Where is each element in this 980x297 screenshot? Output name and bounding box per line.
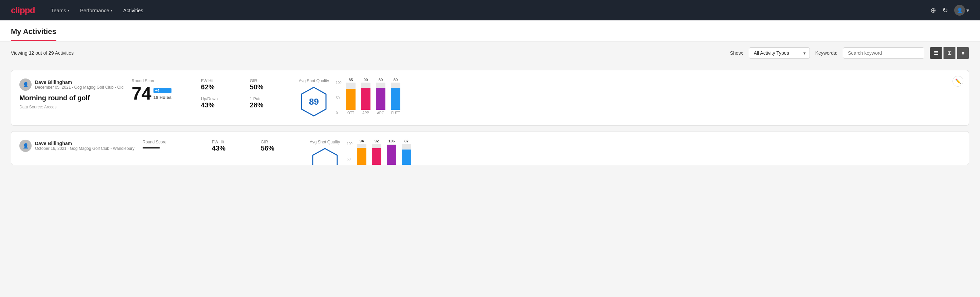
- score-holes: 18 Holes: [153, 95, 172, 99]
- bar-group: 87PUTT: [402, 139, 411, 165]
- avatar-chevron-icon: ▾: [966, 7, 969, 14]
- bar-inner: [402, 150, 411, 165]
- bar-inner: [357, 148, 366, 165]
- avatar-menu[interactable]: 👤 ▾: [954, 5, 969, 16]
- bar-label: APP: [362, 111, 369, 115]
- bar-chart: 10050085OTT90APP89ARG89PUTT: [336, 81, 410, 115]
- nav-performance[interactable]: Performance ▾: [80, 6, 112, 14]
- fw-hit-item: FW Hit 43%: [212, 140, 253, 152]
- score-placeholder: [143, 147, 160, 148]
- gir-section: GIR 56%: [261, 140, 302, 158]
- fw-hit-value: 43%: [212, 144, 253, 152]
- bar-group: 89PUTT: [391, 78, 400, 115]
- activity-card: 👤 Dave Billingham December 05, 2021 · Go…: [11, 70, 969, 126]
- avatar: 👤: [954, 5, 965, 16]
- viewing-text: Viewing 12 out of 29 Activities: [11, 50, 725, 56]
- fw-gir-section: FW Hit 43%: [212, 140, 253, 158]
- bar-outer: [346, 83, 356, 110]
- score-section: Round Score: [143, 140, 204, 148]
- svg-marker-1: [313, 148, 337, 165]
- bar-label: ARG: [377, 111, 384, 115]
- logo[interactable]: clippd: [11, 5, 35, 16]
- keywords-label: Keywords:: [815, 50, 837, 56]
- gir-item: GIR 50%: [250, 78, 291, 91]
- bar-value-label: 89: [379, 78, 383, 82]
- gir-putt-section: GIR 50% 1 Putt 28%: [250, 78, 291, 115]
- nav-right: ⊕ ↻ 👤 ▾: [931, 5, 969, 16]
- activity-type-select-wrapper: All Activity Types: [749, 47, 810, 59]
- bar-outer: [376, 83, 385, 110]
- avg-shot-quality-label: Avg Shot Quality: [310, 140, 340, 144]
- quality-section: Avg Shot Quality 10050094OTT92APP106ARG8…: [310, 140, 432, 165]
- hex-score: 89: [309, 96, 319, 107]
- avatar: 👤: [19, 140, 32, 152]
- refresh-icon[interactable]: ↻: [942, 6, 948, 14]
- compact-view-button[interactable]: ≡: [957, 47, 969, 59]
- bar-outer: [372, 144, 381, 165]
- edit-button[interactable]: ✏️: [953, 76, 963, 87]
- bar-group: 85OTT: [346, 78, 356, 115]
- gir-value: 50%: [250, 83, 291, 91]
- gir-label: GIR: [250, 78, 291, 83]
- navbar: clippd Teams ▾ Performance ▾ Activities …: [0, 0, 980, 21]
- gir-label: GIR: [261, 140, 302, 144]
- bar-value-label: 106: [388, 139, 395, 143]
- bar-value-label: 92: [375, 139, 379, 143]
- bar-inner: [361, 88, 371, 110]
- score-value: 74: [132, 85, 151, 102]
- data-source: Data Source: Arccos: [19, 105, 124, 109]
- grid-view-button[interactable]: ⊞: [943, 47, 956, 59]
- one-putt-label: 1 Putt: [250, 96, 291, 101]
- up-down-label: Up/Down: [201, 96, 242, 101]
- hex-container: Avg Shot Quality: [310, 140, 340, 165]
- fw-hit-label: FW Hit: [201, 78, 242, 83]
- page-header: My Activities: [0, 21, 980, 42]
- user-date: October 16, 2021 · Gog Magog Golf Club -…: [35, 146, 134, 151]
- bar-outer: [361, 83, 371, 110]
- hex-container: Avg Shot Quality 89: [299, 78, 329, 117]
- bar-value-label: 94: [360, 139, 364, 143]
- activity-type-select[interactable]: All Activity Types: [749, 47, 810, 59]
- view-toggle: ☰ ⊞ ≡: [930, 47, 969, 59]
- activity-card: 👤 Dave Billingham October 16, 2021 · Gog…: [11, 131, 969, 165]
- user-section: 👤 Dave Billingham October 16, 2021 · Gog…: [19, 140, 134, 155]
- user-date: December 05, 2021 · Gog Magog Golf Club …: [35, 85, 124, 90]
- score-big: 74 +4 18 Holes: [132, 85, 193, 102]
- page-title: My Activities: [11, 21, 56, 41]
- user-info: 👤 Dave Billingham October 16, 2021 · Gog…: [19, 140, 134, 152]
- show-label: Show:: [730, 50, 743, 56]
- teams-chevron-icon: ▾: [68, 8, 69, 12]
- bar-label: OTT: [347, 111, 354, 115]
- search-input[interactable]: [843, 47, 924, 59]
- up-down-item: Up/Down 43%: [201, 96, 242, 109]
- content: 👤 Dave Billingham December 05, 2021 · Go…: [0, 65, 980, 176]
- avatar: 👤: [19, 78, 32, 91]
- user-info: 👤 Dave Billingham December 05, 2021 · Go…: [19, 78, 124, 91]
- score-diff-badge: +4: [153, 88, 172, 93]
- bar-group: 89ARG: [376, 78, 385, 115]
- quality-section: Avg Shot Quality 89 10050085OTT90APP89AR…: [299, 78, 421, 117]
- bar-value-label: 87: [404, 139, 409, 143]
- bar-group: 92APP: [372, 139, 381, 165]
- nav-activities[interactable]: Activities: [123, 6, 143, 14]
- round-score-label: Round Score: [132, 78, 193, 83]
- bar-outer: [402, 144, 411, 165]
- add-icon[interactable]: ⊕: [931, 6, 936, 14]
- score-section: Round Score 74 +4 18 Holes: [132, 78, 193, 102]
- gir-value: 56%: [261, 144, 302, 152]
- bar-group: 106ARG: [387, 139, 396, 165]
- bar-chart: 10050094OTT92APP106ARG87PUTT: [347, 142, 422, 165]
- fw-hit-item: FW Hit 62%: [201, 78, 242, 91]
- hexagon: [312, 147, 339, 165]
- user-section: 👤 Dave Billingham December 05, 2021 · Go…: [19, 78, 124, 109]
- nav-teams[interactable]: Teams ▾: [51, 6, 69, 14]
- viewing-total: 29: [49, 50, 54, 56]
- bar-outer: [387, 144, 396, 165]
- list-view-button[interactable]: ☰: [930, 47, 942, 59]
- bar-inner: [372, 148, 381, 165]
- bar-value-label: 90: [364, 78, 368, 82]
- fw-hit-label: FW Hit: [212, 140, 253, 144]
- bar-group: 94OTT: [357, 139, 366, 165]
- bar-inner: [387, 145, 396, 165]
- user-name: Dave Billingham: [35, 80, 124, 85]
